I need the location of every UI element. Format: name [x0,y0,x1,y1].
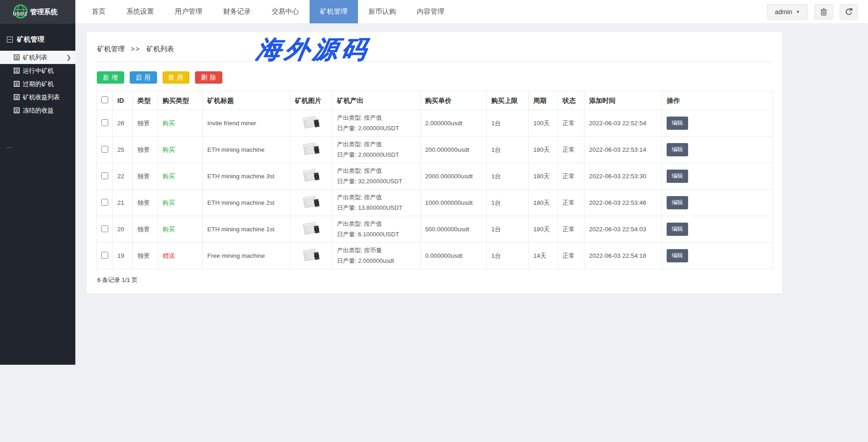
row-select-cell [97,216,113,243]
main-content: 海外源码 矿机管理 >> 矿机列表 新 增启 用禁 用删 除 ID类型购买类型矿… [75,24,868,442]
sidebar-item-miner-income-list[interactable]: 矿机收益列表❯ [0,91,75,104]
miner-table: ID类型购买类型矿机标题矿机图片矿机产出购买单价购买上限周期状态添加时间操作 2… [96,91,773,269]
add-button[interactable]: 新 增 [97,71,124,84]
cell-price: 500.000000usdt [421,216,487,243]
delete-button[interactable]: 删 除 [195,71,222,84]
edit-button[interactable]: 编辑 [667,249,688,262]
edit-button[interactable]: 编辑 [667,117,688,130]
breadcrumb-section[interactable]: 矿机管理 [97,45,125,53]
sidebar: 矿机管理 矿机列表❯运行中矿机❯过期的矿机❯矿机收益列表❯冻结的收益❯ [0,24,75,365]
row-checkbox[interactable] [101,225,108,232]
row-select-cell [97,243,113,269]
column-header: 操作 [662,91,773,110]
sidebar-item-frozen-income[interactable]: 冻结的收益❯ [0,104,75,117]
select-all-checkbox[interactable] [101,96,108,103]
nav-item-home[interactable]: 首页 [81,0,116,23]
list-icon [14,68,20,74]
cell-buy-type: 赠送 [158,243,203,269]
cell-type: 独资 [133,243,158,269]
top-nav-menu: 首页系统设置用户管理财务记录交易中心矿机管理新币认购内容管理 [81,0,455,23]
row-checkbox[interactable] [101,199,108,206]
daily-output: 日产量: 2.000000USDT [337,150,420,160]
row-checkbox[interactable] [101,146,108,153]
column-header: 购买单价 [421,91,487,110]
cell-price: 0.000000usdt [421,243,487,269]
column-header: 状态 [558,91,584,110]
enable-button[interactable]: 启 用 [130,71,157,84]
output-type: 产出类型: 按产值 [337,219,420,229]
sidebar-group-label: 矿机管理 [17,35,44,44]
cell-actions: 编辑 [662,243,773,269]
breadcrumb-page[interactable]: 矿机列表 [147,45,174,53]
cell-image [290,163,332,190]
nav-item-trade-center[interactable]: 交易中心 [261,0,310,23]
miner-list-panel: 海外源码 矿机管理 >> 矿机列表 新 增启 用禁 用删 除 ID类型购买类型矿… [87,32,782,293]
cell-image [290,216,332,243]
miner-machine-image [300,245,322,265]
output-type: 产出类型: 按产值 [337,192,420,203]
row-select-cell [97,137,113,163]
nav-item-finance-records[interactable]: 财务记录 [213,0,261,23]
record-summary: 6 条记录 1/1 页 [96,269,773,287]
edit-button[interactable]: 编辑 [667,143,688,156]
clear-cache-button[interactable] [815,4,833,20]
cell-period: 100天 [529,110,558,137]
daily-output: 日产量: 2.000000usdt [337,256,420,266]
edit-button[interactable]: 编辑 [667,223,688,236]
sidebar-item-running-miners[interactable]: 运行中矿机❯ [0,64,75,77]
sidebar-group-miner-management[interactable]: 矿机管理 [0,24,75,51]
column-header: 添加时间 [584,91,662,110]
cell-status: 正常 [558,243,584,269]
cell-status: 正常 [558,110,584,137]
row-checkbox[interactable] [101,252,108,259]
cell-output: 产出类型: 按产值日产量: 2.000000USDT [332,137,421,163]
sidebar-item-label: 矿机列表 [23,53,47,62]
logout-icon [845,8,853,16]
admin-dropdown[interactable]: admin ▼ [767,4,808,20]
sidebar-item-label: 运行中矿机 [23,67,54,75]
cell-id: 25 [113,137,133,163]
row-checkbox[interactable] [101,172,108,179]
cell-type: 独资 [133,190,158,216]
output-type: 产出类型: 按产值 [337,113,420,123]
cell-buy-type: 购买 [158,110,203,137]
disable-button[interactable]: 禁 用 [163,71,190,84]
cell-price: 2.000000usdt [421,110,487,137]
sidebar-divider-dash [6,147,12,148]
miner-machine-image [300,166,322,185]
cell-added-time: 2022-06-03 22:53:46 [584,190,662,216]
breadcrumb: 矿机管理 >> 矿机列表 [96,41,773,61]
nav-item-miner-management[interactable]: 矿机管理 [310,0,358,23]
logo-text: USDZ [13,11,27,16]
cell-added-time: 2022-06-03 22:53:30 [584,163,662,190]
cell-period: 180天 [529,216,558,243]
row-checkbox[interactable] [101,119,108,126]
miner-row-25: 25独资购买ETH mining machine产出类型: 按产值日产量: 2.… [97,137,773,163]
logout-button[interactable] [840,4,858,20]
sidebar-item-miner-list[interactable]: 矿机列表❯ [0,51,75,64]
nav-item-new-coin-subscription[interactable]: 新币认购 [358,0,406,23]
nav-item-user-management[interactable]: 用户管理 [164,0,213,23]
cell-actions: 编辑 [662,137,773,163]
cell-price: 1000.000000usdt [421,190,487,216]
cell-id: 26 [113,110,133,137]
edit-button[interactable]: 编辑 [667,196,688,209]
cell-output: 产出类型: 按产值日产量: 2.000000USDT [332,110,421,137]
cell-status: 正常 [558,137,584,163]
table-header-row: ID类型购买类型矿机标题矿机图片矿机产出购买单价购买上限周期状态添加时间操作 [97,91,773,110]
cell-output: 产出类型: 按产值日产量: 13.800000USDT [332,190,421,216]
cell-buy-type: 购买 [158,216,203,243]
cell-buy-type: 购买 [158,190,203,216]
nav-item-content-management[interactable]: 内容管理 [406,0,455,23]
cell-id: 21 [113,190,133,216]
nav-item-system-settings[interactable]: 系统设置 [116,0,164,23]
edit-button[interactable]: 编辑 [667,170,688,183]
breadcrumb-separator: >> [131,45,141,53]
cell-period: 180天 [529,137,558,163]
output-type: 产出类型: 按币量 [337,245,420,256]
cell-image [290,137,332,163]
list-icon [14,54,20,60]
cell-buy-type: 购买 [158,137,203,163]
column-header: 矿机产出 [332,91,421,110]
sidebar-item-expired-miners[interactable]: 过期的矿机❯ [0,77,75,91]
